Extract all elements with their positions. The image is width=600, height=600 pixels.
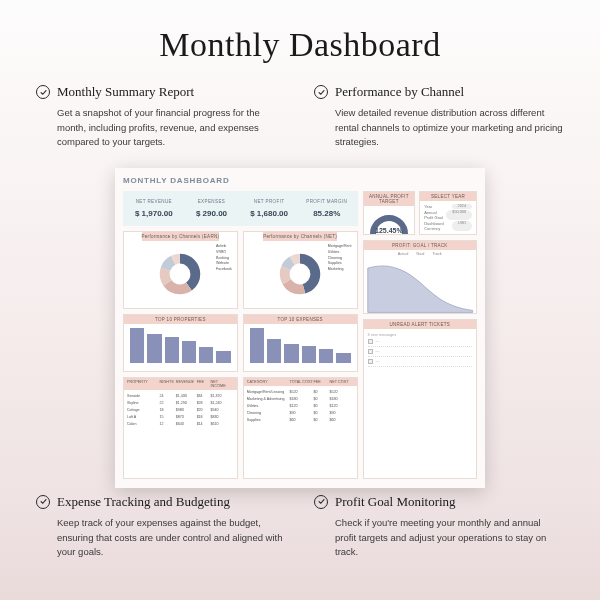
area-tab[interactable]: Track: [432, 252, 441, 256]
sel-value[interactable]: USD: [452, 221, 472, 231]
sel-label: Year: [424, 204, 432, 209]
gauge-box: ANNUAL PROFIT TARGET 125.45%: [363, 191, 416, 235]
features-bottom: Expense Tracking and Budgeting Keep trac…: [0, 494, 600, 570]
table-row: Skyline22$1,290$28$1,240: [127, 399, 234, 406]
select-box: SELECT YEAR Year2024 Annual Profit Goal$…: [419, 191, 477, 235]
dashboard-title: MONTHLY DASHBOARD: [123, 176, 477, 185]
feature-channel: Performance by Channel View detailed rev…: [314, 84, 564, 150]
bars-header: TOP 10 EXPENSES: [244, 315, 357, 324]
message-row[interactable]: —: [368, 337, 472, 347]
kpi-row: NET REVENUE$ 1,970.00 EXPENSES$ 290.00 N…: [123, 191, 358, 226]
feature-title: Profit Goal Monitoring: [335, 494, 456, 510]
donut-chart-icon: [157, 251, 203, 297]
table-row: Utilities$120$0$120: [247, 402, 354, 409]
feature-desc: Get a snapshot of your financial progres…: [36, 106, 286, 150]
area-chart: PROFIT: GOAL / TRACK Actual Goal Track: [363, 240, 477, 314]
table-row: Cleaning$90$0$90: [247, 409, 354, 416]
feature-summary: Monthly Summary Report Get a snapshot of…: [36, 84, 286, 150]
kpi-value: $ 1,680.00: [242, 209, 296, 218]
checkbox-icon[interactable]: [368, 359, 373, 364]
table-properties: PROPERTY NIGHTS REVENUE FEE NET INCOME S…: [123, 377, 238, 479]
message-row[interactable]: —: [368, 347, 472, 357]
feature-desc: Check if you're meeting your monthly and…: [314, 516, 564, 560]
feature-title: Performance by Channel: [335, 84, 464, 100]
check-icon: [36, 495, 50, 509]
area-tab[interactable]: Actual: [398, 252, 409, 256]
check-icon: [36, 85, 50, 99]
feature-profit: Profit Goal Monitoring Check if you're m…: [314, 494, 564, 560]
kpi-label: PROFIT MARGIN: [300, 199, 354, 204]
area-tab[interactable]: Goal: [416, 252, 424, 256]
table-row: Mortgage/Rent/Leasing$520$0$520: [247, 388, 354, 395]
messages-header: UNREAD ALERT TICKETS: [364, 320, 476, 329]
gauge-header: ANNUAL PROFIT TARGET: [364, 192, 415, 206]
table-row: Seaside24$1,430$34$1,370: [127, 392, 234, 399]
check-icon: [314, 495, 328, 509]
table-row: Cottage18$980$20$940: [127, 406, 234, 413]
feature-expense: Expense Tracking and Budgeting Keep trac…: [36, 494, 286, 560]
messages-box: UNREAD ALERT TICKETS 3 new messages — — …: [363, 319, 477, 479]
bars-right: TOP 10 EXPENSES: [243, 314, 358, 372]
th: NET INCOME: [211, 380, 234, 388]
th: NIGHTS: [159, 380, 175, 388]
donut-legend: Airbnb VRBO Booking Website Facebook: [216, 244, 232, 273]
sel-value[interactable]: $50,000: [446, 210, 472, 220]
donut-right: Performance by Channels (NET) Mortgage/R…: [243, 231, 358, 309]
features-top: Monthly Summary Report Get a snapshot of…: [0, 64, 600, 160]
th: FEE: [197, 380, 211, 388]
th: REVENUE: [176, 380, 197, 388]
th: NET COST: [330, 380, 354, 384]
bar-chart-icon: [124, 324, 237, 371]
feature-desc: Keep track of your expenses against the …: [36, 516, 286, 560]
select-header: SELECT YEAR: [420, 192, 476, 201]
table-row: Marketing & Advertising$180$0$180: [247, 395, 354, 402]
page-title: Monthly Dashboard: [0, 0, 600, 64]
sel-label: Dashboard Currency: [424, 221, 452, 231]
area-header: PROFIT: GOAL / TRACK: [364, 241, 476, 250]
message-row[interactable]: —: [368, 357, 472, 367]
feature-desc: View detailed revenue distribution acros…: [314, 106, 564, 150]
donut-header: Performance by Channels (NET): [263, 232, 337, 241]
table-row: Loft A15$870$18$830: [127, 413, 234, 420]
donut-legend: Mortgage/Rent Utilities Cleaning Supplie…: [328, 244, 352, 273]
kpi-value: 85.28%: [300, 209, 354, 218]
kpi-value: $ 290.00: [185, 209, 239, 218]
donut-left: Performance by Channels (EARN) Airbnb VR…: [123, 231, 238, 309]
feature-title: Monthly Summary Report: [57, 84, 194, 100]
donut-chart-icon: [277, 251, 323, 297]
table-expenses: CATEGORY TOTAL COST FEE NET COST Mortgag…: [243, 377, 358, 479]
gauge-value: 125.45%: [364, 227, 415, 234]
table-row: Supplies$60$0$60: [247, 416, 354, 423]
check-icon: [314, 85, 328, 99]
sel-label: Annual Profit Goal: [424, 210, 446, 220]
bars-left: TOP 10 PROPERTIES: [123, 314, 238, 372]
bar-chart-icon: [244, 324, 357, 371]
checkbox-icon[interactable]: [368, 339, 373, 344]
dashboard-screenshot: MONTHLY DASHBOARD NET REVENUE$ 1,970.00 …: [115, 168, 485, 488]
th: CATEGORY: [247, 380, 290, 384]
checkbox-icon[interactable]: [368, 349, 373, 354]
feature-title: Expense Tracking and Budgeting: [57, 494, 230, 510]
kpi-label: NET PROFIT: [242, 199, 296, 204]
area-chart-icon: [364, 258, 476, 314]
kpi-label: EXPENSES: [185, 199, 239, 204]
donut-header: Performance by Channels (EARN): [142, 232, 220, 241]
th: PROPERTY: [127, 380, 159, 388]
th: TOTAL COST: [289, 380, 313, 384]
kpi-value: $ 1,970.00: [127, 209, 181, 218]
th: FEE: [314, 380, 330, 384]
kpi-label: NET REVENUE: [127, 199, 181, 204]
bars-header: TOP 10 PROPERTIES: [124, 315, 237, 324]
sel-value[interactable]: 2024: [452, 204, 472, 209]
table-row: Cabin12$640$14$610: [127, 420, 234, 427]
